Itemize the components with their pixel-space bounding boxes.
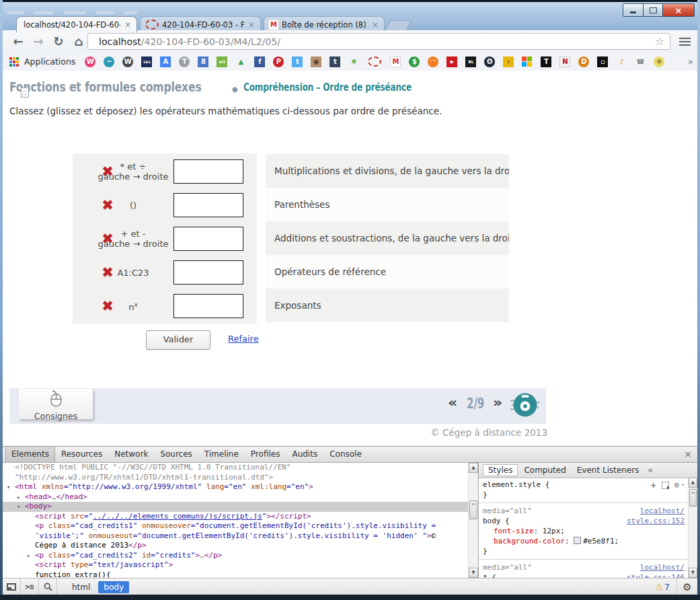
inspect-search-icon[interactable] [39,578,57,595]
new-style-rule-icon[interactable]: + [651,480,656,490]
code-line[interactable]: ▾<html xmlns="http://www.w3.org/1999/xht… [3,482,468,492]
style-origin-link[interactable]: localhost/ [640,562,685,572]
consignes-tab[interactable]: Consignes [19,389,93,419]
back-icon[interactable]: ← [9,33,27,50]
red-n-icon[interactable]: N [559,57,570,67]
code-line[interactable]: Cégep à distance 2013</p> [3,541,468,551]
rule-selector-row[interactable]: body {style.css:152 [479,516,688,526]
minimize-button[interactable] [623,3,644,17]
styles-tab-styles[interactable]: Styles [483,464,518,476]
home-icon[interactable]: ⌂ [70,33,87,50]
drop-box[interactable] [173,193,243,217]
facebook-icon[interactable]: f [254,57,265,67]
element-state-icon[interactable] [662,482,669,489]
orange-badge-icon[interactable]: D [578,57,589,67]
tree-collapsed-icon[interactable]: ▸ [17,492,25,502]
code-line[interactable]: ▸<p class="cad_credits2" id="credits">…<… [3,551,468,561]
scroll-up-icon[interactable]: ▲ [469,463,478,473]
devtools-close-icon[interactable]: × [684,449,692,459]
youtube-icon[interactable]: ▶ [446,57,457,67]
prev-page-icon[interactable]: « [448,395,457,410]
red-dotted-arc-icon[interactable] [368,57,381,67]
dotted-sphere-icon[interactable]: ✱ [654,57,664,67]
devtools-tab-console[interactable]: Console [323,447,368,462]
bookmarks-overflow-icon[interactable]: » [684,57,697,67]
grooveshark-icon[interactable]: ◠ [428,57,438,67]
green-pinwheel-icon[interactable]: ✱ [348,57,359,67]
answer-item[interactable]: Multiplications et divisions, de la gauc… [266,154,509,188]
yellow-arrow-icon[interactable]: › [503,57,514,67]
scroll-thumb[interactable]: ≡ [469,500,477,519]
green-dollar-icon[interactable]: $ [409,57,420,67]
settings-gear-icon[interactable]: ⚙ [677,581,697,593]
styles-tabs-overflow-icon[interactable]: » [645,465,655,475]
phone-icon[interactable]: ☎ [635,57,646,67]
rule-selector-row[interactable]: * {style.css:146 [479,572,688,578]
style-property[interactable]: font-size: 12px; [479,526,688,536]
answer-item[interactable]: Opérateurs de référence [266,255,509,289]
bookmark-star-icon[interactable]: ☆ [655,35,664,48]
reload-icon[interactable]: ↻ [50,33,67,50]
breadcrumb-html[interactable]: html [67,581,95,593]
tab-close-icon[interactable]: × [123,20,132,30]
teal-swirl-icon[interactable]: ~ [104,57,114,67]
metal-t-icon[interactable]: T [179,57,190,67]
style-origin-link[interactable]: localhost/ [640,506,685,516]
instagram-icon[interactable]: ◉ [311,57,321,67]
console-drawer-icon[interactable]: >≡ [21,578,39,595]
black-t-icon[interactable]: T [541,57,551,67]
twitter-icon[interactable]: t [292,57,303,67]
warnings-indicator[interactable]: ⚠ 7 [649,578,677,595]
code-line[interactable]: ▸<head>…</head> [3,492,468,502]
styles-gear-icon[interactable]: ⚙ [674,480,679,490]
tree-expanded-icon[interactable]: ▾ [17,502,25,512]
scroll-thumb[interactable]: ≡ [689,489,697,507]
tab-close-icon[interactable]: × [247,20,256,30]
maximize-button[interactable] [643,3,663,17]
answer-item[interactable]: Parenthèses [266,188,509,221]
gmail-icon[interactable]: M [390,57,401,67]
apps-grid-icon[interactable] [9,57,19,67]
element-style-selector[interactable]: element.style {+⚙▾ [479,480,688,490]
drop-box[interactable] [173,159,243,184]
answer-item[interactable]: Additions et soustractions, de la gauche… [266,221,509,255]
bl-icon[interactable]: BL [465,57,476,67]
tab-close-icon[interactable]: × [371,20,380,30]
wattpad-icon[interactable]: W [85,57,95,67]
devtools-tab-timeline[interactable]: Timeline [198,447,245,462]
menu-icon[interactable] [676,34,693,49]
code-line[interactable]: <!DOCTYPE html PUBLIC "-//W3C//DTD XHTML… [3,463,468,473]
scroll-down-icon[interactable]: ▼ [689,568,697,578]
code-line[interactable]: ▾<body> [3,502,468,512]
apps-label[interactable]: Applications [24,57,75,67]
drop-box[interactable] [173,294,243,318]
black-square-icon[interactable]: ▫ [597,57,608,67]
steam-icon[interactable]: ʘ [484,57,495,67]
wordpress-icon[interactable]: W [122,57,133,67]
styles-scrollbar[interactable]: ▲ ≡ ▼ [688,478,697,578]
styles-tab-computed[interactable]: Computed [519,465,570,476]
browser-tab[interactable]: localhost/420-104-FD-60-0× [16,16,137,32]
drive-icon[interactable]: ▲ [235,57,246,67]
translate-icon[interactable]: A [160,57,171,67]
drop-box[interactable] [173,260,243,285]
devtools-tab-resources[interactable]: Resources [55,447,108,462]
dock-side-icon[interactable] [3,578,21,595]
validate-button[interactable]: Valider [146,330,210,350]
close-button[interactable]: × [662,3,695,17]
code-line[interactable]: "http://www.w3.org/TR/xhtml1/DTD/xhtml1-… [3,473,468,483]
scroll-up-icon[interactable]: ▲ [689,478,697,488]
next-page-icon[interactable]: » [493,395,502,410]
devtools-tab-profiles[interactable]: Profiles [245,447,286,462]
breadcrumb-body[interactable]: body [98,581,129,593]
style-source-link[interactable]: style.css:146 [627,572,685,578]
code-line[interactable]: function extra(){ [3,570,468,578]
code-line[interactable]: <script src="../../../elements communs/j… [3,512,468,522]
scroll-down-icon[interactable]: ▼ [469,568,478,578]
code-line[interactable]: <script type="text/javascript"> [3,560,468,570]
one-and-one-icon[interactable]: 1&1 [141,57,152,67]
code-line[interactable]: <p class="cad_credits1" onmouseover="doc… [3,521,468,531]
devtools-tab-sources[interactable]: Sources [154,447,198,462]
code-scrollbar[interactable]: ▲ ≡ ▼ [468,463,478,578]
code-line[interactable]: 'visible';" onmouseout="document.getElem… [3,531,468,541]
